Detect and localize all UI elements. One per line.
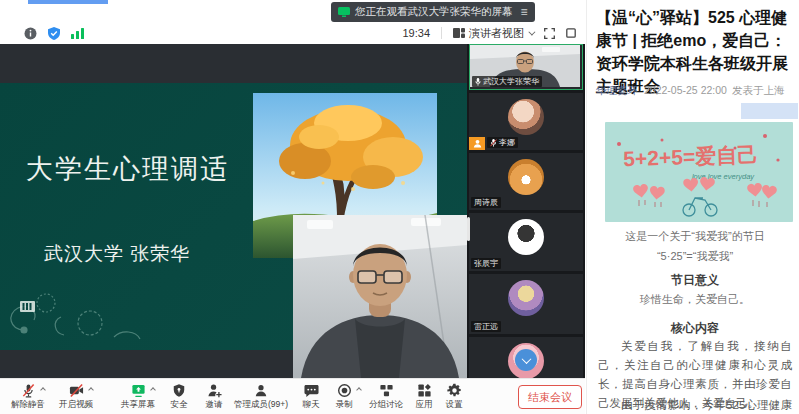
article-author-link[interactable]: 华理资环 — [596, 84, 638, 96]
security-button[interactable]: 安全 — [161, 382, 197, 411]
participant-name: 周诗辰 — [474, 197, 498, 208]
record-icon — [337, 382, 352, 398]
article-intro-line1: 这是一个关于“我爱我”的节日 — [596, 229, 794, 244]
participant-tile-lina[interactable]: 李娜 — [469, 93, 583, 150]
participant-tile-zhangchenyu[interactable]: 张辰宇 — [469, 213, 583, 271]
section-text-meaning: 珍惜生命，关爱自己。 — [596, 292, 794, 307]
collapse-panel-button[interactable] — [515, 349, 537, 371]
start-video-button[interactable]: 开启视频 — [54, 382, 98, 411]
security-shield-icon — [172, 382, 186, 398]
wechat-article-panel[interactable]: 【温“心”驿站】525 心理健康节 | 拒绝emo，爱自己： 资环学院本科生各班… — [586, 0, 799, 414]
article-paragraph-2: 由于疫情影响，今年525心理健康活动节我 — [598, 396, 792, 414]
article-banner-image: 5+2+5=爱自己 love love everyday — [605, 122, 793, 222]
menu-caret-icon[interactable] — [150, 387, 156, 393]
highlight-block — [741, 103, 798, 119]
breakout-icon — [379, 382, 394, 398]
unmute-button[interactable]: 解除静音 — [6, 382, 50, 411]
meeting-toolbar: 解除静音 开启视频 共享屏幕 安全 — [0, 378, 585, 414]
slide-presenter: 武汉大学 张荣华 — [44, 241, 190, 267]
mic-on-icon — [475, 78, 481, 86]
slide-decoration — [0, 275, 154, 350]
screen-watching-banner[interactable]: 您正在观看武汉大学张荣华的屏幕 ≡ — [331, 2, 535, 22]
banner-headline: 5+2+5=爱自己 — [623, 143, 759, 171]
panel-scrollbar[interactable] — [467, 217, 470, 241]
chevron-down-icon — [528, 28, 535, 35]
participant-name: 雷正远 — [474, 321, 498, 332]
layout-icon — [453, 28, 465, 38]
fullscreen-icon[interactable] — [544, 28, 555, 39]
host-badge-icon — [469, 137, 485, 150]
meeting-info-icon[interactable] — [24, 27, 37, 40]
share-screen-icon — [131, 382, 146, 398]
record-button[interactable]: 录制 — [327, 382, 361, 411]
avatar — [508, 159, 544, 195]
article-intro-line2: “5·25”=“我爱我” — [596, 249, 794, 264]
security-status-icon[interactable] — [48, 27, 60, 40]
article-meta: 华理资环2022-05-25 22:00发表于上海 — [596, 84, 784, 98]
mic-off-icon — [21, 382, 36, 398]
network-signal-icon[interactable] — [71, 27, 84, 39]
meeting-header: 19:34 演讲者视图 — [0, 22, 585, 44]
view-mode-label: 演讲者视图 — [469, 26, 524, 41]
screen-share-icon — [338, 7, 350, 17]
banner-menu-icon[interactable]: ≡ — [521, 5, 528, 19]
presenter-camera-feed — [293, 215, 467, 378]
shared-screen-area: 大学生心理调适 武汉大学 张荣华 — [0, 44, 467, 378]
end-meeting-button[interactable]: 结束会议 — [518, 385, 582, 409]
menu-caret-icon[interactable] — [40, 387, 46, 393]
participant-name: 武汉大学张荣华 — [483, 76, 539, 87]
avatar — [508, 219, 544, 255]
chat-button[interactable]: 聊天 — [295, 382, 327, 411]
participant-video-panel[interactable]: 武汉大学张荣华 李娜 周诗辰 张辰宇 — [467, 44, 585, 378]
participant-tile-leizhengyuan[interactable]: 雷正远 — [469, 274, 583, 334]
mic-muted-icon — [490, 139, 497, 147]
invite-icon — [207, 382, 222, 398]
invite-button[interactable]: 邀请 — [197, 382, 231, 411]
participant-name: 张辰宇 — [474, 258, 498, 269]
section-title-meaning: 节日意义 — [596, 272, 794, 289]
members-icon — [254, 382, 268, 398]
apps-button[interactable]: 应用 — [409, 382, 439, 411]
avatar — [508, 280, 544, 316]
article-location: 发表于上海 — [732, 84, 785, 96]
share-screen-button[interactable]: 共享屏幕 — [116, 382, 160, 411]
screen-watching-text: 您正在观看武汉大学张荣华的屏幕 — [355, 5, 513, 19]
menu-caret-icon[interactable] — [356, 387, 362, 393]
browser-tab-strip — [28, 0, 108, 4]
section-title-core: 核心内容 — [596, 320, 794, 337]
settings-gear-icon — [447, 382, 462, 398]
apps-icon — [417, 382, 432, 398]
meeting-window: 19:34 演讲者视图 — [0, 22, 585, 414]
chevron-down-icon — [521, 354, 531, 364]
desktop: 您正在观看武汉大学张荣华的屏幕 ≡ 19:34 演讲者视图 — [0, 0, 799, 414]
settings-button[interactable]: 设置 — [439, 382, 469, 411]
avatar — [508, 99, 544, 135]
camera-off-icon — [69, 382, 84, 398]
manage-members-button[interactable]: 管理成员(99+) — [229, 382, 293, 411]
participant-tile-zhangronghua[interactable]: 武汉大学张荣华 — [469, 44, 583, 90]
menu-caret-icon[interactable] — [88, 387, 94, 393]
slide-title: 大学生心理调适 — [26, 151, 229, 187]
header-divider — [441, 27, 442, 39]
chat-icon — [304, 382, 319, 398]
participant-name: 李娜 — [499, 137, 515, 148]
breakout-rooms-button[interactable]: 分组讨论 — [363, 382, 409, 411]
participant-tile-partial[interactable] — [469, 337, 583, 378]
meeting-clock: 19:34 — [402, 27, 430, 39]
article-date: 2022-05-25 22:00 — [644, 84, 727, 96]
view-mode-button[interactable]: 演讲者视图 — [453, 26, 533, 41]
new-window-icon[interactable] — [566, 28, 576, 38]
participant-tile-zhoushichen[interactable]: 周诗辰 — [469, 153, 583, 210]
